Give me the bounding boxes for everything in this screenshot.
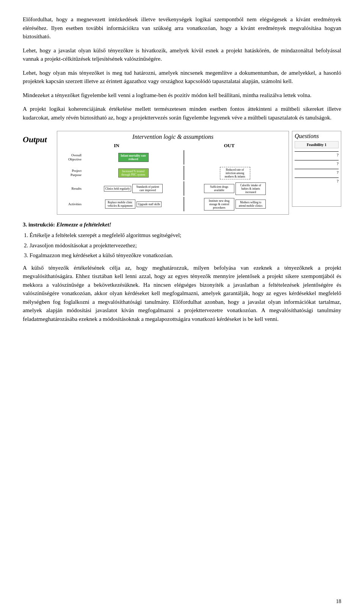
paragraph-4: Mindezeket a tényezőket figyelembe kell … xyxy=(23,91,341,100)
diagram-title: Intervention logic & assumptions xyxy=(60,134,286,140)
intervention-logic-diagram: Intervention logic & assumptions IN OUT … xyxy=(57,131,289,215)
row-label-activities: Activities xyxy=(60,197,83,211)
feasibility-line-1 xyxy=(295,151,339,152)
paragraph-1: Előfordulhat, hogy a megnevezett intézke… xyxy=(23,15,341,41)
diagram-row-overall: Overall Objective Infant mortality rate … xyxy=(60,150,286,165)
row-label-overall: Overall Objective xyxy=(60,150,83,165)
feasibility-q-2: ? xyxy=(295,161,339,166)
row-in-results: Clinics held regularly Standards of pati… xyxy=(83,181,184,196)
row-in-activities: Replace mobile clinic vehicles & equipme… xyxy=(83,197,184,211)
feasibility-q-3: ? xyxy=(295,170,339,174)
diagram-row-purpose: Project Purpose Increased % treated thro… xyxy=(60,166,286,180)
diagram-row-results: Results Clinics held regularly Standards… xyxy=(60,181,286,196)
section-3-title: Elemezze a feltételeket! xyxy=(56,222,111,228)
questions-title: Questions xyxy=(295,133,339,140)
diagram-header-row: IN OUT xyxy=(60,143,286,149)
paragraph-7: A külső tényezők értékelésének célja az,… xyxy=(23,264,341,324)
feasibility-q-4: ? xyxy=(295,179,339,183)
diagram-section: Output Intervention logic & assumptions … xyxy=(23,131,341,215)
box-upgrade-staff: Upgrade staff skills xyxy=(136,201,162,207)
instruction-list: Értékelje a feltételek szerepét a megfel… xyxy=(30,231,341,260)
row-out-overall xyxy=(184,150,286,165)
box-replace-vehicles: Replace mobile clinic vehicles & equipme… xyxy=(105,200,135,209)
box-calorific: Calorific intake of babies & infants inc… xyxy=(235,182,266,195)
row-out-purpose: Reduced rate of infection among mothers … xyxy=(184,166,286,180)
row-in-overall: Infant mortality rate reduced xyxy=(83,150,184,165)
out-label: OUT xyxy=(173,143,286,149)
box-standards: Standards of patient care improved xyxy=(132,184,163,193)
box-clinics: Clinics held regularly xyxy=(104,186,132,192)
in-label: IN xyxy=(60,143,173,149)
questions-col: Questions Feasibility 1 ? ? ? ? xyxy=(292,131,341,207)
box-drugs: Sufficient drugs available xyxy=(204,184,234,193)
output-label: Output xyxy=(23,135,57,145)
list-item-1: Értékelje a feltételek szerepét a megfel… xyxy=(30,231,341,240)
feasibility-q-1: ? xyxy=(295,152,339,157)
section-3-heading: 3. instrukció: Elemezze a feltételeket! xyxy=(23,222,341,228)
box-institute-drug: Institute new drug storage & control pro… xyxy=(204,198,234,211)
feasibility-line-3 xyxy=(295,169,339,169)
row-in-purpose: Increased % treated through PHC system xyxy=(83,166,184,180)
diagram-body: Overall Objective Infant mortality rate … xyxy=(60,150,286,211)
box-infection: Reduced rate of infection among mothers … xyxy=(220,167,250,179)
diagram-row-activities: Activities Replace mobile clinic vehicle… xyxy=(60,197,286,211)
box-mothers-willing: Mothers willing to attend mobile clinics xyxy=(235,200,266,209)
row-label-results: Results xyxy=(60,181,83,196)
list-item-2: Javasoljon módosításokat a projekttervez… xyxy=(30,241,341,250)
page-number: 18 xyxy=(336,599,341,605)
feasibility-header: Feasibility 1 xyxy=(295,141,339,148)
section-3-number: 3. instrukció: xyxy=(23,222,56,228)
diagram-output-col: Output xyxy=(23,131,57,145)
row-out-activities: Institute new drug storage & control pro… xyxy=(184,197,286,211)
row-label-purpose: Project Purpose xyxy=(60,166,83,180)
feasibility-line-2 xyxy=(295,160,339,160)
paragraph-5: A projekt logikai koherenciájának értéke… xyxy=(23,105,341,122)
box-treated: Increased % treated through PHC system xyxy=(118,168,149,178)
feasibility-line-4 xyxy=(295,178,339,178)
page-content: Előfordulhat, hogy a megnevezett intézke… xyxy=(23,15,341,323)
list-item-3: Fogalmazzon meg kérdéseket a külső ténye… xyxy=(30,251,341,260)
paragraph-3: Lehet, hogy olyan más tényezőket is meg … xyxy=(23,69,341,86)
row-out-results: Sufficient drugs available Calorific int… xyxy=(184,181,286,196)
paragraph-2: Lehet, hogy a javaslat olyan külső ténye… xyxy=(23,46,341,63)
box-infant-mortality: Infant mortality rate reduced xyxy=(118,153,149,162)
